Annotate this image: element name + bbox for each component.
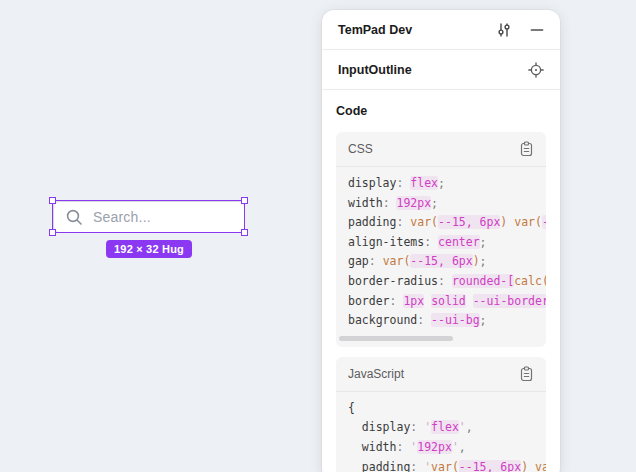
selection-handle-bottom-right[interactable]	[241, 229, 248, 236]
tempad-dev-panel: TemPad Dev InputOutline	[322, 10, 560, 472]
css-scrollbar-thumb[interactable]	[339, 336, 453, 341]
selection-handle-bottom-left[interactable]	[49, 229, 56, 236]
css-code-block: CSS display: flex;width: 192px;padding: …	[336, 132, 546, 347]
code-section-label: Code	[336, 104, 546, 118]
search-placeholder-text: Search...	[93, 209, 151, 225]
selection-handle-top-left[interactable]	[49, 197, 56, 204]
css-block-header: CSS	[336, 132, 546, 167]
clipboard-copy-icon[interactable]	[519, 141, 534, 157]
selection-handle-top-right[interactable]	[241, 197, 248, 204]
minimize-icon[interactable]	[530, 23, 544, 37]
component-name: InputOutline	[338, 63, 412, 77]
selected-component-row: InputOutline	[322, 50, 560, 90]
sliders-icon[interactable]	[496, 22, 512, 38]
js-block-header: JavaScript	[336, 357, 546, 392]
dimensions-badge: 192 × 32 Hug	[106, 240, 192, 258]
css-block-label: CSS	[348, 142, 373, 156]
panel-header: TemPad Dev	[322, 10, 560, 50]
clipboard-copy-icon[interactable]	[519, 366, 534, 382]
panel-title: TemPad Dev	[338, 23, 412, 37]
code-section: Code CSS display: flex;width: 192px;padd…	[322, 104, 560, 472]
css-horizontal-scrollbar	[339, 336, 543, 341]
search-input-component[interactable]: Search...	[53, 201, 245, 233]
locate-target-icon[interactable]	[528, 62, 544, 78]
search-icon	[65, 208, 84, 227]
js-block-label: JavaScript	[348, 367, 404, 381]
js-code-content[interactable]: { display: 'flex', width: '192px', paddi…	[336, 392, 546, 472]
css-code-content[interactable]: display: flex;width: 192px;padding: var(…	[336, 167, 546, 331]
js-code-block: JavaScript { display: 'flex', width: '19…	[336, 357, 546, 472]
